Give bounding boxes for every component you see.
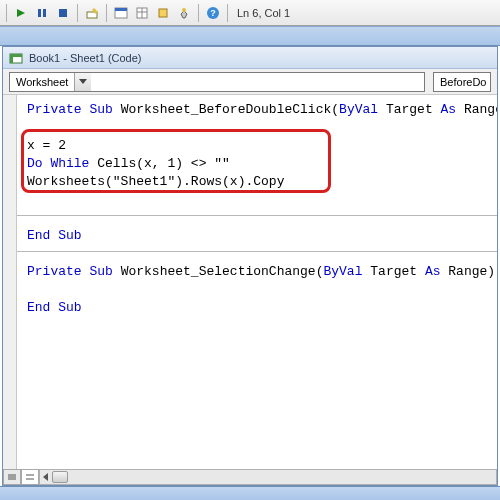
cursor-position: Ln 6, Col 1 (237, 7, 290, 19)
code-window: Book1 - Sheet1 (Code) Worksheet BeforeDo… (2, 46, 498, 486)
procedure-view-button[interactable] (3, 469, 21, 485)
horizontal-scrollbar[interactable] (39, 469, 497, 485)
design-mode-icon[interactable] (83, 4, 101, 22)
run-icon[interactable] (12, 4, 30, 22)
procedure-combo[interactable]: BeforeDo (433, 72, 491, 92)
svg-point-11 (182, 8, 186, 12)
mdi-area-bottom (0, 486, 500, 500)
main-toolbar: ? Ln 6, Col 1 (0, 0, 500, 26)
scroll-thumb[interactable] (52, 471, 68, 483)
procedure-combo-text: BeforeDo (434, 76, 490, 88)
window-title-bar[interactable]: Book1 - Sheet1 (Code) (3, 47, 497, 69)
window-title: Book1 - Sheet1 (Code) (29, 52, 142, 64)
help-icon[interactable]: ? (204, 4, 222, 22)
procedure-separator (17, 215, 497, 216)
code-nav-bar: Worksheet BeforeDo (3, 69, 497, 95)
object-combo[interactable]: Worksheet (9, 72, 425, 92)
stop-icon[interactable] (54, 4, 72, 22)
object-combo-text: Worksheet (10, 76, 74, 88)
full-module-view-button[interactable] (21, 469, 39, 485)
svg-text:?: ? (210, 8, 216, 18)
svg-rect-3 (59, 9, 67, 17)
svg-marker-17 (79, 79, 87, 84)
procedure-separator (17, 251, 497, 252)
chevron-down-icon[interactable] (74, 73, 91, 91)
code-text[interactable]: Private Sub Worksheet_BeforeDoubleClick(… (17, 95, 497, 323)
scroll-left-icon[interactable] (40, 470, 52, 484)
object-browser-icon[interactable] (154, 4, 172, 22)
pause-icon[interactable] (33, 4, 51, 22)
svg-rect-16 (10, 54, 13, 63)
properties-icon[interactable] (133, 4, 151, 22)
view-toggles (3, 469, 39, 485)
svg-marker-23 (43, 473, 48, 481)
toolbox-icon[interactable] (175, 4, 193, 22)
svg-rect-2 (43, 9, 46, 17)
svg-rect-1 (38, 9, 41, 17)
mdi-area (0, 26, 500, 46)
svg-rect-10 (159, 9, 167, 17)
svg-rect-6 (115, 8, 127, 11)
indicator-margin (3, 95, 17, 485)
code-editor[interactable]: Private Sub Worksheet_BeforeDoubleClick(… (3, 95, 497, 485)
svg-marker-0 (17, 9, 25, 17)
sheet-icon (9, 51, 23, 65)
project-explorer-icon[interactable] (112, 4, 130, 22)
